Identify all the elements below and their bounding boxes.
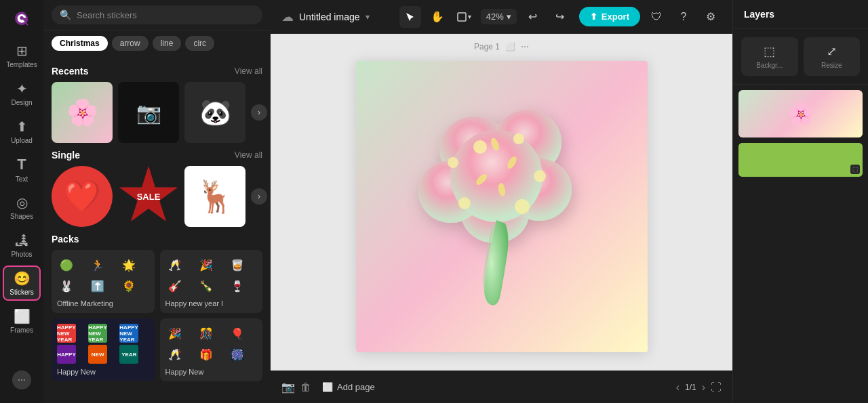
more-packs-grid: HAPPY NEW YEAR HAPPY NEW YEAR HAPPY NEW … — [52, 318, 262, 381]
zoom-control[interactable]: 42% ▾ — [481, 9, 517, 24]
pack-mini-cell: 🍷 — [228, 276, 247, 295]
pack-mini-cell: 🎈 — [228, 324, 247, 343]
main-area: ☁ Untitled image ▾ ✋ ▾ 42% ▾ ↩ ↪ ⬆ Expor… — [271, 0, 732, 403]
page-options-icon[interactable]: ⋯ — [521, 42, 529, 51]
quick-tools: ⬚ Backgr... ⤢ Resize — [733, 29, 868, 85]
sidebar-item-label: Text — [16, 175, 28, 183]
pack-mini-cell: 🌻 — [119, 276, 138, 295]
page-thumbnail-icon[interactable]: ⬜ — [505, 42, 515, 51]
packs-title: Packs — [52, 234, 79, 245]
toolbar-center: ✋ ▾ 42% ▾ ↩ ↪ — [399, 6, 571, 28]
sidebar-item-label: Frames — [10, 326, 33, 334]
pack-mini-cell: 🥂 — [165, 255, 184, 274]
pack-item-happynew1[interactable]: HAPPY NEW YEAR HAPPY NEW YEAR HAPPY NEW … — [52, 318, 155, 381]
sidebar-item-photos[interactable]: 🏞 Photos — [3, 228, 41, 263]
page-prev-btn[interactable]: ‹ — [676, 381, 679, 394]
filter-chip-christmas[interactable]: Christmas — [52, 36, 108, 51]
toolbar: ☁ Untitled image ▾ ✋ ▾ 42% ▾ ↩ ↪ ⬆ Expor… — [271, 0, 732, 34]
single-sticker-sale[interactable]: SALE — [118, 166, 179, 227]
recent-sticker-2[interactable]: 📷 — [118, 82, 179, 143]
pack-item-offline[interactable]: 🟢 🏃 🌟 🐰 ⬆️ 🌻 Offline Marketing — [52, 250, 155, 313]
filter-chip-line[interactable]: line — [153, 36, 182, 51]
recents-title: Recents — [52, 66, 88, 77]
filter-chip-circ[interactable]: circ — [185, 36, 214, 51]
frames-icon: ⬜ — [14, 308, 31, 324]
export-button[interactable]: ⬆ Export — [579, 7, 640, 26]
single-sticker-heart[interactable]: ❤️ — [52, 166, 113, 227]
trash-icon[interactable]: 🗑 — [300, 381, 311, 394]
pack-mini-grid-4: 🎉 🎊 🎈 🥂 🎁 🎆 — [165, 324, 258, 364]
sidebar-item-shapes[interactable]: ◎ Shapes — [3, 190, 41, 225]
pack-mini-cell: ⬆️ — [88, 276, 107, 295]
camera-icon[interactable]: 📷 — [281, 381, 295, 394]
sidebar-more-button[interactable]: ⋯ — [3, 362, 41, 398]
save-to-cloud-icon[interactable]: ☁ — [281, 9, 294, 24]
background-tool-icon: ⬚ — [764, 44, 775, 59]
add-page-btn[interactable]: ⬜ Add page — [317, 379, 380, 395]
pack-mini-cell: 🏃 — [88, 255, 107, 274]
layers-list: 🌸 ⬚ — [733, 85, 868, 403]
sidebar-item-label: Photos — [11, 251, 32, 258]
background-tool[interactable]: ⬚ Backgr... — [741, 37, 798, 76]
redo-btn[interactable]: ↪ — [549, 6, 571, 28]
sidebar-item-label: Shapes — [10, 213, 33, 220]
help-btn[interactable]: ? — [673, 6, 694, 28]
resize-tool-icon: ⤢ — [827, 44, 837, 59]
sidebar-item-templates[interactable]: ⊞ Templates — [3, 38, 41, 73]
pack-name-happynew: Happy New — [57, 368, 149, 376]
single-header: Single View all — [52, 150, 262, 161]
shield-btn[interactable]: 🛡 — [646, 6, 667, 28]
pack-mini-cell: 🎸 — [165, 276, 184, 295]
recents-header: Recents View all — [52, 66, 262, 77]
upload-icon: ⬆ — [16, 119, 28, 135]
search-input-wrapper[interactable]: 🔍 — [52, 5, 262, 24]
single-view-all[interactable]: View all — [235, 150, 262, 160]
pack-mini-grid-3: HAPPY NEW YEAR HAPPY NEW YEAR HAPPY NEW … — [57, 324, 149, 364]
layer-item-background[interactable]: ⬚ — [738, 143, 863, 177]
pack-item-happynew2[interactable]: 🎉 🎊 🎈 🥂 🎁 🎆 Happy New — [160, 318, 263, 381]
sidebar-item-stickers[interactable]: 😊 Stickers — [3, 266, 41, 301]
hand-tool-btn[interactable]: ✋ — [427, 6, 448, 28]
layers-title: Layers — [744, 9, 774, 20]
fullscreen-btn[interactable]: ⛶ — [711, 381, 722, 394]
recents-nav-btn[interactable]: › — [251, 104, 267, 121]
pack-mini-cell: 🍾 — [197, 276, 216, 295]
single-nav-btn[interactable]: › — [251, 188, 267, 205]
pack-item-newyear[interactable]: 🥂 🎉 🥃 🎸 🍾 🍷 Happy new year I — [160, 250, 263, 313]
sidebar-item-design[interactable]: ✦ Design — [3, 76, 41, 111]
sidebar-item-upload[interactable]: ⬆ Upload — [3, 114, 41, 149]
recent-sticker-3[interactable]: 🐼 — [184, 82, 245, 143]
single-sticker-deer[interactable]: 🦌 — [184, 166, 245, 227]
frame-tool-btn[interactable]: ▾ — [454, 6, 475, 28]
resize-tool[interactable]: ⤢ Resize — [804, 37, 861, 76]
layer-thumb-background: ⬚ — [738, 143, 863, 177]
brand-logo[interactable] — [3, 5, 41, 33]
select-tool-btn[interactable] — [399, 6, 421, 28]
page-label: Page 1 — [474, 42, 500, 51]
layer-item-image[interactable]: 🌸 — [738, 90, 863, 137]
pack-mini-cell: 🌟 — [119, 255, 138, 274]
search-icon: 🔍 — [60, 9, 71, 20]
settings-btn[interactable]: ⚙ — [700, 6, 722, 28]
text-icon: T — [17, 156, 26, 173]
recent-sticker-1[interactable]: 🌸 — [52, 82, 113, 143]
sidebar-item-frames[interactable]: ⬜ Frames — [3, 303, 41, 339]
add-page-icon: ⬜ — [322, 382, 333, 392]
recents-view-all[interactable]: View all — [235, 66, 262, 76]
filter-chips: Christmas arrow line circ — [43, 30, 271, 56]
doc-title-dropdown-icon[interactable]: ▾ — [366, 12, 370, 22]
sidebar-item-text[interactable]: T Text — [3, 152, 41, 187]
zoom-value: 42% — [486, 12, 504, 22]
svg-point-11 — [458, 197, 471, 209]
undo-btn[interactable]: ↩ — [522, 6, 544, 28]
toolbar-right: ⬆ Export 🛡 ? ⚙ — [579, 6, 722, 28]
shapes-icon: ◎ — [16, 194, 28, 211]
doc-title[interactable]: Untitled image — [299, 12, 360, 22]
bottom-right: ‹ 1/1 › ⛶ — [676, 381, 722, 394]
filter-chip-arrow[interactable]: arrow — [112, 36, 149, 51]
pack-mini-grid-2: 🥂 🎉 🥃 🎸 🍾 🍷 — [165, 255, 258, 295]
page-next-btn[interactable]: › — [702, 381, 705, 394]
search-input[interactable] — [77, 10, 254, 20]
svg-rect-0 — [458, 13, 466, 21]
right-panel: Layers ⬚ Backgr... ⤢ Resize 🌸 ⬚ — [732, 0, 868, 403]
